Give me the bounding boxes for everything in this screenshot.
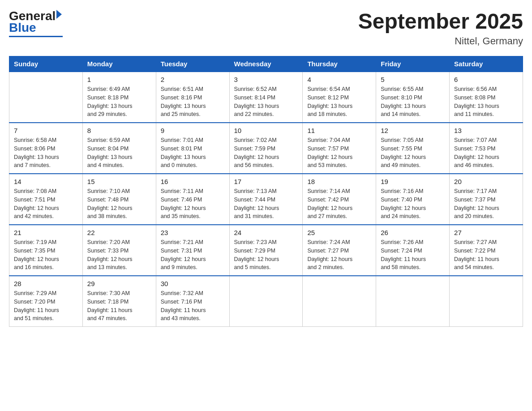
calendar-cell: 10Sunrise: 7:02 AM Sunset: 7:59 PM Dayli… — [229, 123, 303, 174]
calendar-title: September 2025 — [358, 9, 523, 34]
day-info: Sunrise: 7:24 AM Sunset: 7:27 PM Dayligh… — [307, 238, 371, 272]
calendar-cell: 6Sunrise: 6:56 AM Sunset: 8:08 PM Daylig… — [450, 72, 523, 123]
day-number: 28 — [14, 280, 78, 287]
day-number: 2 — [161, 76, 225, 83]
day-info: Sunrise: 7:01 AM Sunset: 8:01 PM Dayligh… — [161, 136, 225, 170]
calendar-cell: 28Sunrise: 7:29 AM Sunset: 7:20 PM Dayli… — [9, 276, 83, 327]
calendar-cell: 13Sunrise: 7:07 AM Sunset: 7:53 PM Dayli… — [450, 123, 523, 174]
calendar-table: SundayMondayTuesdayWednesdayThursdayFrid… — [9, 56, 523, 327]
day-number: 20 — [454, 178, 518, 185]
calendar-cell: 25Sunrise: 7:24 AM Sunset: 7:27 PM Dayli… — [303, 225, 376, 276]
weekday-header: Saturday — [450, 56, 523, 72]
title-area: September 2025 Nittel, Germany — [358, 9, 523, 47]
day-number: 14 — [14, 178, 78, 185]
calendar-cell: 1Sunrise: 6:49 AM Sunset: 8:18 PM Daylig… — [82, 72, 156, 123]
day-info: Sunrise: 7:05 AM Sunset: 7:55 PM Dayligh… — [381, 136, 445, 170]
calendar-cell — [303, 276, 376, 327]
day-info: Sunrise: 6:52 AM Sunset: 8:14 PM Dayligh… — [234, 85, 298, 119]
day-number: 13 — [454, 127, 518, 134]
day-info: Sunrise: 7:30 AM Sunset: 7:18 PM Dayligh… — [87, 289, 151, 323]
calendar-cell: 14Sunrise: 7:08 AM Sunset: 7:51 PM Dayli… — [9, 174, 83, 225]
calendar-cell: 17Sunrise: 7:13 AM Sunset: 7:44 PM Dayli… — [229, 174, 303, 225]
calendar-header-row: SundayMondayTuesdayWednesdayThursdayFrid… — [9, 56, 523, 72]
day-number: 24 — [234, 229, 298, 236]
day-number: 11 — [307, 127, 371, 134]
day-info: Sunrise: 7:23 AM Sunset: 7:29 PM Dayligh… — [234, 238, 298, 272]
day-number: 10 — [234, 127, 298, 134]
day-info: Sunrise: 7:32 AM Sunset: 7:16 PM Dayligh… — [161, 289, 225, 323]
calendar-week-row: 14Sunrise: 7:08 AM Sunset: 7:51 PM Dayli… — [9, 174, 523, 225]
day-info: Sunrise: 7:19 AM Sunset: 7:35 PM Dayligh… — [14, 238, 78, 272]
day-number: 6 — [454, 76, 518, 83]
header: General Blue September 2025 Nittel, Germ… — [9, 9, 523, 47]
day-info: Sunrise: 7:21 AM Sunset: 7:31 PM Dayligh… — [161, 238, 225, 272]
calendar-cell: 4Sunrise: 6:54 AM Sunset: 8:12 PM Daylig… — [303, 72, 376, 123]
calendar-cell: 16Sunrise: 7:11 AM Sunset: 7:46 PM Dayli… — [156, 174, 229, 225]
calendar-week-row: 28Sunrise: 7:29 AM Sunset: 7:20 PM Dayli… — [9, 276, 523, 327]
day-info: Sunrise: 7:16 AM Sunset: 7:40 PM Dayligh… — [381, 187, 445, 221]
day-number: 25 — [307, 229, 371, 236]
calendar-cell: 26Sunrise: 7:26 AM Sunset: 7:24 PM Dayli… — [376, 225, 450, 276]
calendar-subtitle: Nittel, Germany — [358, 35, 523, 47]
day-info: Sunrise: 6:59 AM Sunset: 8:04 PM Dayligh… — [87, 136, 151, 170]
day-info: Sunrise: 6:54 AM Sunset: 8:12 PM Dayligh… — [307, 85, 371, 119]
day-number: 29 — [87, 280, 151, 287]
day-info: Sunrise: 7:17 AM Sunset: 7:37 PM Dayligh… — [454, 187, 518, 221]
calendar-cell: 3Sunrise: 6:52 AM Sunset: 8:14 PM Daylig… — [229, 72, 303, 123]
logo: General Blue — [9, 9, 63, 37]
calendar-cell: 20Sunrise: 7:17 AM Sunset: 7:37 PM Dayli… — [450, 174, 523, 225]
day-info: Sunrise: 7:14 AM Sunset: 7:42 PM Dayligh… — [307, 187, 371, 221]
day-number: 12 — [381, 127, 445, 134]
day-info: Sunrise: 7:27 AM Sunset: 7:22 PM Dayligh… — [454, 238, 518, 272]
day-number: 27 — [454, 229, 518, 236]
weekday-header: Friday — [376, 56, 450, 72]
day-number: 22 — [87, 229, 151, 236]
day-info: Sunrise: 7:13 AM Sunset: 7:44 PM Dayligh… — [234, 187, 298, 221]
calendar-cell — [376, 276, 450, 327]
calendar-cell: 12Sunrise: 7:05 AM Sunset: 7:55 PM Dayli… — [376, 123, 450, 174]
logo-underline — [9, 36, 63, 37]
calendar-week-row: 7Sunrise: 6:58 AM Sunset: 8:06 PM Daylig… — [9, 123, 523, 174]
day-number: 18 — [307, 178, 371, 185]
calendar-week-row: 1Sunrise: 6:49 AM Sunset: 8:18 PM Daylig… — [9, 72, 523, 123]
calendar-cell: 18Sunrise: 7:14 AM Sunset: 7:42 PM Dayli… — [303, 174, 376, 225]
calendar-cell: 21Sunrise: 7:19 AM Sunset: 7:35 PM Dayli… — [9, 225, 83, 276]
calendar-cell: 11Sunrise: 7:04 AM Sunset: 7:57 PM Dayli… — [303, 123, 376, 174]
calendar-cell: 19Sunrise: 7:16 AM Sunset: 7:40 PM Dayli… — [376, 174, 450, 225]
calendar-cell: 24Sunrise: 7:23 AM Sunset: 7:29 PM Dayli… — [229, 225, 303, 276]
day-info: Sunrise: 7:08 AM Sunset: 7:51 PM Dayligh… — [14, 187, 78, 221]
calendar-cell: 29Sunrise: 7:30 AM Sunset: 7:18 PM Dayli… — [82, 276, 156, 327]
day-info: Sunrise: 7:20 AM Sunset: 7:33 PM Dayligh… — [87, 238, 151, 272]
day-info: Sunrise: 6:51 AM Sunset: 8:16 PM Dayligh… — [161, 85, 225, 119]
day-info: Sunrise: 6:55 AM Sunset: 8:10 PM Dayligh… — [381, 85, 445, 119]
day-info: Sunrise: 6:49 AM Sunset: 8:18 PM Dayligh… — [87, 85, 151, 119]
weekday-header: Thursday — [303, 56, 376, 72]
day-number: 5 — [381, 76, 445, 83]
calendar-cell: 27Sunrise: 7:27 AM Sunset: 7:22 PM Dayli… — [450, 225, 523, 276]
day-number: 7 — [14, 127, 78, 134]
calendar-cell: 23Sunrise: 7:21 AM Sunset: 7:31 PM Dayli… — [156, 225, 229, 276]
logo-blue-text: Blue — [9, 21, 36, 35]
day-info: Sunrise: 7:02 AM Sunset: 7:59 PM Dayligh… — [234, 136, 298, 170]
day-info: Sunrise: 7:11 AM Sunset: 7:46 PM Dayligh… — [161, 187, 225, 221]
calendar-cell: 5Sunrise: 6:55 AM Sunset: 8:10 PM Daylig… — [376, 72, 450, 123]
day-number: 3 — [234, 76, 298, 83]
day-info: Sunrise: 6:56 AM Sunset: 8:08 PM Dayligh… — [454, 85, 518, 119]
weekday-header: Monday — [82, 56, 156, 72]
weekday-header: Wednesday — [229, 56, 303, 72]
day-info: Sunrise: 6:58 AM Sunset: 8:06 PM Dayligh… — [14, 136, 78, 170]
calendar-cell — [450, 276, 523, 327]
day-number: 16 — [161, 178, 225, 185]
day-number: 4 — [307, 76, 371, 83]
day-number: 26 — [381, 229, 445, 236]
calendar-cell: 9Sunrise: 7:01 AM Sunset: 8:01 PM Daylig… — [156, 123, 229, 174]
day-number: 21 — [14, 229, 78, 236]
calendar-cell — [9, 72, 83, 123]
day-info: Sunrise: 7:26 AM Sunset: 7:24 PM Dayligh… — [381, 238, 445, 272]
day-number: 8 — [87, 127, 151, 134]
day-number: 23 — [161, 229, 225, 236]
weekday-header: Tuesday — [156, 56, 229, 72]
calendar-cell: 2Sunrise: 6:51 AM Sunset: 8:16 PM Daylig… — [156, 72, 229, 123]
calendar-cell — [229, 276, 303, 327]
weekday-header: Sunday — [9, 56, 83, 72]
